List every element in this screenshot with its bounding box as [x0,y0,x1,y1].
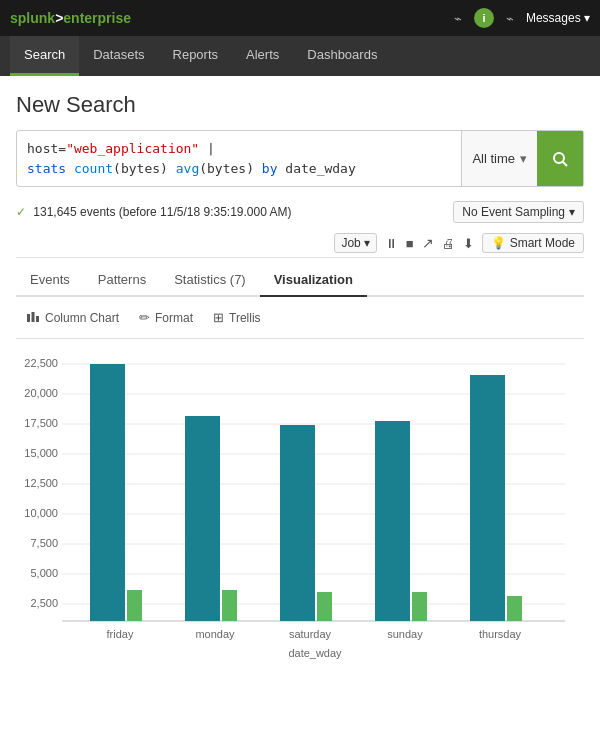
page-content: New Search host="web_application" | stat… [0,76,600,739]
chart-area: 22,500 20,000 17,500 15,000 12,500 10,00… [16,339,584,692]
svg-text:20,000: 20,000 [24,387,58,399]
pause-icon[interactable]: ⏸ [385,236,398,251]
activity2-icon[interactable]: ⌁ [506,11,514,26]
nav-bar: Search Datasets Reports Alerts Dashboard… [0,36,600,76]
x-label-saturday: saturday [289,628,332,640]
format-icon: ✏ [139,310,150,325]
trellis-icon: ⊞ [213,310,224,325]
activity-icon[interactable]: ⌁ [454,11,462,26]
smart-mode-label: Smart Mode [510,236,575,250]
messages-button[interactable]: Messages ▾ [526,11,590,25]
trellis-label: Trellis [229,311,261,325]
sampling-caret: ▾ [569,205,575,219]
sampling-button[interactable]: No Event Sampling ▾ [453,201,584,223]
svg-text:2,500: 2,500 [30,597,58,609]
query-line1: host="web_application" | [27,139,451,159]
bar-friday-green [127,590,142,621]
bar-saturday-teal [280,425,315,621]
splunk-logo: splunk>enterprise [10,10,131,26]
bar-monday-teal [185,416,220,621]
svg-text:5,000: 5,000 [30,567,58,579]
splunk-logo-text: splunk>enterprise [10,10,131,26]
info-icon[interactable]: i [474,8,494,28]
bar-sunday-green [412,592,427,621]
tab-visualization[interactable]: Visualization [260,264,367,297]
bar-saturday-green [317,592,332,621]
svg-line-1 [563,162,567,166]
tabs-row: Events Patterns Statistics (7) Visualiza… [16,264,584,297]
job-label: Job [341,236,360,250]
x-axis-title: date_wday [288,647,342,659]
bar-thursday-green [507,596,522,621]
events-bar: ✓ 131,645 events (before 11/5/18 9:35:19… [16,195,584,229]
svg-text:22,500: 22,500 [24,357,58,369]
trellis-button[interactable]: ⊞ Trellis [203,306,271,329]
bar-monday-green [222,590,237,621]
job-button[interactable]: Job ▾ [334,233,376,253]
search-input[interactable]: host="web_application" | stats count(byt… [17,131,461,186]
bar-friday-teal [90,364,125,621]
svg-rect-3 [32,312,35,322]
svg-text:10,000: 10,000 [24,507,58,519]
job-caret: ▾ [364,236,370,250]
svg-text:7,500: 7,500 [30,537,58,549]
tab-statistics[interactable]: Statistics (7) [160,264,260,297]
format-button[interactable]: ✏ Format [129,306,203,329]
print-icon[interactable]: 🖨 [442,236,455,251]
format-label: Format [155,311,193,325]
check-icon: ✓ [16,205,26,219]
stop-icon[interactable]: ■ [406,236,414,251]
column-chart-button[interactable]: Column Chart [16,305,129,330]
x-label-monday: monday [195,628,235,640]
svg-text:12,500: 12,500 [24,477,58,489]
job-bar: Job ▾ ⏸ ■ ↗ 🖨 ⬇ 💡 Smart Mode [16,229,584,258]
bar-thursday-teal [470,375,505,621]
time-picker-caret: ▾ [520,151,527,166]
events-count: 131,645 events (before 11/5/18 9:35:19.0… [33,205,291,219]
svg-text:17,500: 17,500 [24,417,58,429]
nav-search[interactable]: Search [10,36,79,76]
column-chart: 22,500 20,000 17,500 15,000 12,500 10,00… [16,349,584,669]
tab-events[interactable]: Events [16,264,84,297]
x-label-friday: friday [107,628,134,640]
search-icon [551,150,569,168]
column-chart-icon [26,309,40,326]
nav-dashboards[interactable]: Dashboards [293,36,391,76]
query-line2: stats count(bytes) avg(bytes) by date_wd… [27,159,451,179]
nav-alerts[interactable]: Alerts [232,36,293,76]
tab-patterns[interactable]: Patterns [84,264,160,297]
top-bar-icons: ⌁ i ⌁ Messages ▾ [454,8,590,28]
x-label-sunday: sunday [387,628,423,640]
viz-toolbar: Column Chart ✏ Format ⊞ Trellis [16,297,584,339]
nav-datasets[interactable]: Datasets [79,36,158,76]
smart-mode-button[interactable]: 💡 Smart Mode [482,233,584,253]
column-chart-label: Column Chart [45,311,119,325]
search-button[interactable] [537,131,583,186]
smart-mode-icon: 💡 [491,236,506,250]
nav-reports[interactable]: Reports [159,36,233,76]
events-count-area: ✓ 131,645 events (before 11/5/18 9:35:19… [16,205,292,219]
sampling-label: No Event Sampling [462,205,565,219]
svg-rect-2 [27,314,30,322]
download-icon[interactable]: ⬇ [463,236,474,251]
x-label-thursday: thursday [479,628,522,640]
svg-rect-4 [36,316,39,322]
svg-point-0 [554,153,564,163]
share-icon[interactable]: ↗ [422,235,434,251]
page-title: New Search [16,92,584,118]
time-picker-label: All time [472,151,515,166]
top-bar: splunk>enterprise ⌁ i ⌁ Messages ▾ [0,0,600,36]
svg-text:15,000: 15,000 [24,447,58,459]
splunk-name: splunk [10,10,55,26]
search-bar: host="web_application" | stats count(byt… [16,130,584,187]
bar-sunday-teal [375,421,410,621]
time-picker[interactable]: All time ▾ [461,131,537,186]
